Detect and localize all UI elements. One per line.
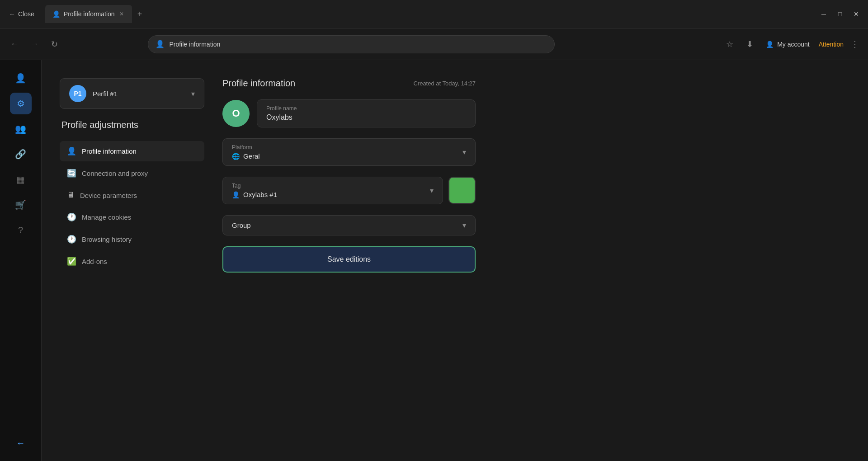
profile-selector-name: Perfil #1 xyxy=(93,90,185,98)
back-button[interactable]: ← xyxy=(7,37,22,52)
platform-label: Platform xyxy=(232,144,260,151)
menu-item-label: Manage cookies xyxy=(82,213,131,221)
device-icon: 🖥 xyxy=(67,191,75,200)
profile-selector-avatar: P1 xyxy=(69,85,86,102)
window-controls: ─ □ ✕ xyxy=(817,8,863,20)
left-sidebar: 👤 ⚙ 👥 🔗 ▦ 🛒 ? ← xyxy=(0,60,42,461)
platform-value-row: 🌐 Geral xyxy=(232,152,260,160)
profile-name-row: O Profile name Oxylabs xyxy=(222,99,476,127)
nav-menu: 👤 Profile information 🔄 Connection and p… xyxy=(60,141,204,272)
sidebar-item-group[interactable]: 👥 xyxy=(10,118,32,140)
more-menu-button[interactable]: ⋮ xyxy=(849,38,861,51)
menu-item-profile-information[interactable]: 👤 Profile information xyxy=(60,141,204,161)
group-label-area: Group xyxy=(232,221,251,229)
back-arrow-icon: ← xyxy=(9,10,15,18)
platform-label-area: Platform 🌐 Geral xyxy=(232,144,260,160)
reload-button[interactable]: ↻ xyxy=(47,37,61,52)
nav-actions: ☆ ⬇ 👤 My account Attention ⋮ xyxy=(722,37,861,52)
globe-icon: 🌐 xyxy=(232,153,240,160)
minimize-button[interactable]: ─ xyxy=(817,8,830,20)
group-dropdown[interactable]: Group ▾ xyxy=(222,215,476,235)
maximize-button[interactable]: □ xyxy=(834,8,846,20)
sidebar-bottom: ← xyxy=(10,432,32,454)
menu-item-label: Add-ons xyxy=(82,258,107,265)
menu-item-label: Device parameters xyxy=(80,192,137,199)
menu-item-label: Browsing history xyxy=(82,235,132,243)
connection-icon: 🔄 xyxy=(67,169,76,178)
cookies-icon: 🕐 xyxy=(67,212,76,222)
tab-user-icon: 👤 xyxy=(52,10,60,18)
profile-name-field[interactable]: Profile name Oxylabs xyxy=(257,99,476,127)
profile-circle-avatar: O xyxy=(222,100,250,127)
right-panel: Profile information Created at Today, 14… xyxy=(222,78,476,443)
chevron-down-icon: ▾ xyxy=(191,89,195,98)
menu-item-manage-cookies[interactable]: 🕐 Manage cookies xyxy=(60,207,204,227)
tab-area: 👤 Profile information ✕ + xyxy=(45,5,814,23)
add-tab-button[interactable]: + xyxy=(134,8,146,21)
tag-dropdown[interactable]: Tag 👤 Oxylabs #1 ▾ xyxy=(222,177,443,204)
nav-bar: ← → ↻ 👤 Profile information ☆ ⬇ 👤 My acc… xyxy=(0,28,868,60)
addons-icon: ✅ xyxy=(67,257,76,266)
attention-button[interactable]: Attention xyxy=(819,41,844,48)
menu-item-connection-proxy[interactable]: 🔄 Connection and proxy xyxy=(60,163,204,183)
bookmark-button[interactable]: ☆ xyxy=(722,37,737,52)
tag-user-icon: 👤 xyxy=(232,191,240,198)
address-user-icon: 👤 xyxy=(156,40,165,48)
tab-label: Profile information xyxy=(64,10,115,18)
main-layout: 👤 ⚙ 👥 🔗 ▦ 🛒 ? ← P1 Perfil #1 ▾ Profile a… xyxy=(0,60,868,461)
close-button[interactable]: ← Close xyxy=(5,9,38,19)
sidebar-item-user[interactable]: 👤 xyxy=(10,67,32,89)
tag-color-button[interactable] xyxy=(448,177,476,204)
profile-info-icon: 👤 xyxy=(67,146,76,156)
sidebar-item-help[interactable]: ? xyxy=(10,219,32,241)
adjustments-title: Profile adjustments xyxy=(60,120,204,130)
close-label: Close xyxy=(18,10,34,18)
group-label: Group xyxy=(232,221,251,229)
platform-chevron-icon: ▾ xyxy=(462,148,466,156)
my-account-button[interactable]: 👤 My account xyxy=(762,39,813,50)
platform-dropdown[interactable]: Platform 🌐 Geral ▾ xyxy=(222,138,476,166)
history-icon: 🕐 xyxy=(67,235,76,244)
profile-name-label: Profile name xyxy=(266,105,466,112)
profile-name-value: Oxylabs xyxy=(266,113,466,122)
profile-info-header: Profile information Created at Today, 14… xyxy=(222,78,476,89)
left-panel: P1 Perfil #1 ▾ Profile adjustments 👤 Pro… xyxy=(60,78,204,443)
created-at: Created at Today, 14:27 xyxy=(413,80,476,87)
address-bar[interactable]: 👤 Profile information xyxy=(148,35,555,53)
tag-label: Tag xyxy=(232,183,277,189)
content-area: P1 Perfil #1 ▾ Profile adjustments 👤 Pro… xyxy=(42,60,868,461)
tag-value-row: 👤 Oxylabs #1 xyxy=(232,191,277,198)
download-button[interactable]: ⬇ xyxy=(742,37,757,52)
menu-item-device-parameters[interactable]: 🖥 Device parameters xyxy=(60,185,204,205)
title-bar: ← Close 👤 Profile information ✕ + ─ □ ✕ xyxy=(0,0,868,28)
group-chevron-icon: ▾ xyxy=(462,221,466,230)
tag-label-area: Tag 👤 Oxylabs #1 xyxy=(232,183,277,198)
sidebar-item-link[interactable]: 🔗 xyxy=(10,143,32,165)
save-editions-button[interactable]: Save editions xyxy=(222,246,476,273)
tag-chevron-icon: ▾ xyxy=(430,186,434,195)
sidebar-item-settings[interactable]: ⚙ xyxy=(10,93,32,114)
profile-selector[interactable]: P1 Perfil #1 ▾ xyxy=(60,78,204,109)
profile-information-tab[interactable]: 👤 Profile information ✕ xyxy=(45,5,132,23)
sidebar-item-table[interactable]: ▦ xyxy=(10,169,32,190)
my-account-label: My account xyxy=(777,41,810,48)
section-title: Profile information xyxy=(222,78,295,89)
window-close-button[interactable]: ✕ xyxy=(850,8,863,20)
menu-item-label: Connection and proxy xyxy=(82,169,148,177)
platform-value: Geral xyxy=(243,152,260,160)
tag-value: Oxylabs #1 xyxy=(243,191,277,198)
menu-item-browsing-history[interactable]: 🕐 Browsing history xyxy=(60,229,204,249)
forward-button[interactable]: → xyxy=(27,37,42,52)
menu-item-add-ons[interactable]: ✅ Add-ons xyxy=(60,251,204,272)
account-icon: 👤 xyxy=(766,41,774,48)
menu-item-label: Profile information xyxy=(82,147,137,155)
sidebar-back-button[interactable]: ← xyxy=(10,432,32,454)
tab-close-icon[interactable]: ✕ xyxy=(118,10,125,18)
sidebar-item-shop[interactable]: 🛒 xyxy=(10,194,32,216)
address-text: Profile information xyxy=(169,41,220,48)
tag-row: Tag 👤 Oxylabs #1 ▾ xyxy=(222,177,476,204)
